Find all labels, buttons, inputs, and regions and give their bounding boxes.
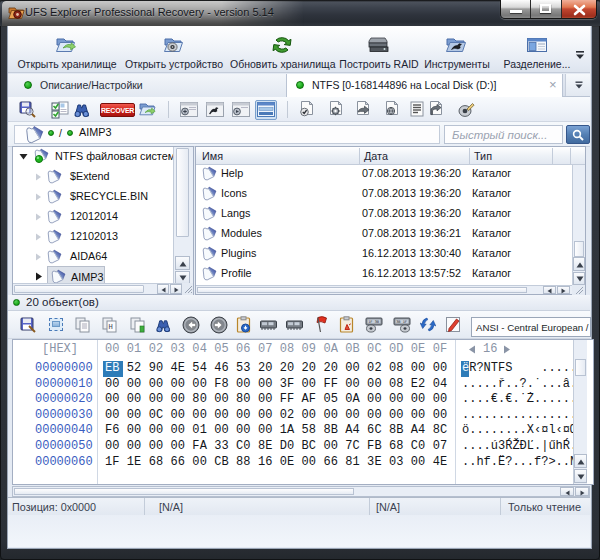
- svg-text:H: H: [109, 323, 113, 331]
- svg-text:1F 3B: 1F 3B: [368, 320, 379, 324]
- svg-text:3B 1F: 3B 1F: [396, 320, 407, 324]
